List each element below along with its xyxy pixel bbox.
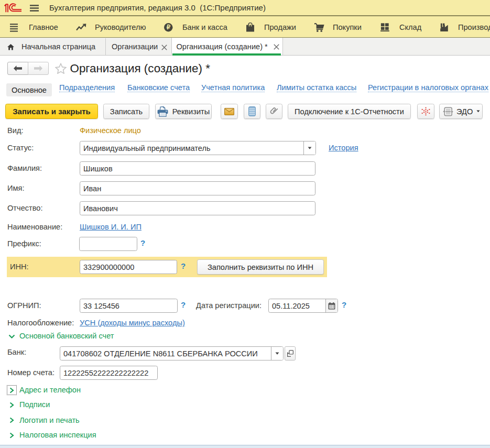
svg-text:₽: ₽ (167, 24, 171, 30)
